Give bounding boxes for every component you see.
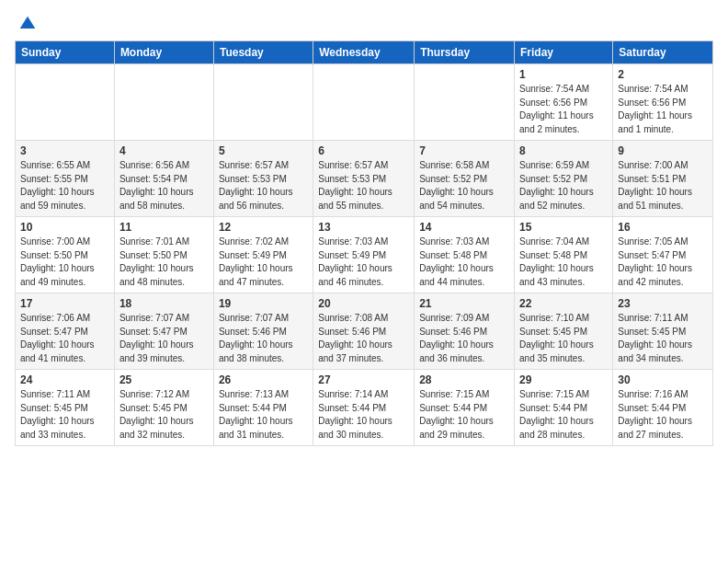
- calendar-day-cell: 11Sunrise: 7:01 AM Sunset: 5:50 PM Dayli…: [114, 217, 213, 293]
- day-number: 7: [419, 144, 509, 157]
- calendar-day-cell: 26Sunrise: 7:13 AM Sunset: 5:44 PM Dayli…: [213, 370, 313, 446]
- day-number: 2: [618, 68, 708, 81]
- day-info: Sunrise: 6:59 AM Sunset: 5:52 PM Dayligh…: [519, 159, 608, 213]
- calendar-day-cell: 10Sunrise: 7:00 AM Sunset: 5:50 PM Dayli…: [16, 217, 115, 293]
- day-info: Sunrise: 7:08 AM Sunset: 5:46 PM Dayligh…: [318, 312, 409, 365]
- calendar-day-cell: 15Sunrise: 7:04 AM Sunset: 5:48 PM Dayli…: [515, 217, 613, 293]
- day-number: 11: [119, 221, 209, 234]
- calendar-day-cell: 3Sunrise: 6:55 AM Sunset: 5:55 PM Daylig…: [16, 141, 115, 217]
- calendar-day-cell: [114, 64, 213, 141]
- calendar-table: SundayMondayTuesdayWednesdayThursdayFrid…: [15, 40, 713, 446]
- calendar-week-row: 10Sunrise: 7:00 AM Sunset: 5:50 PM Dayli…: [16, 217, 713, 293]
- day-number: 28: [419, 373, 509, 386]
- day-info: Sunrise: 7:10 AM Sunset: 5:45 PM Dayligh…: [519, 312, 608, 365]
- day-number: 29: [519, 373, 608, 386]
- weekday-header: Wednesday: [313, 41, 415, 64]
- calendar-day-cell: [16, 64, 115, 141]
- day-number: 30: [618, 373, 708, 386]
- calendar-week-row: 24Sunrise: 7:11 AM Sunset: 5:45 PM Dayli…: [16, 370, 713, 446]
- day-number: 1: [519, 68, 608, 81]
- calendar-week-row: 3Sunrise: 6:55 AM Sunset: 5:55 PM Daylig…: [16, 141, 713, 217]
- logo: [15, 15, 37, 29]
- weekday-header: Friday: [515, 41, 613, 64]
- day-number: 25: [119, 373, 209, 386]
- day-info: Sunrise: 6:57 AM Sunset: 5:53 PM Dayligh…: [318, 159, 409, 213]
- calendar-day-cell: [313, 64, 415, 141]
- calendar-day-cell: 6Sunrise: 6:57 AM Sunset: 5:53 PM Daylig…: [313, 141, 415, 217]
- day-info: Sunrise: 6:58 AM Sunset: 5:52 PM Dayligh…: [419, 159, 509, 213]
- calendar-header-row: SundayMondayTuesdayWednesdayThursdayFrid…: [16, 41, 713, 64]
- calendar-week-row: 1Sunrise: 7:54 AM Sunset: 6:56 PM Daylig…: [16, 64, 713, 141]
- day-number: 14: [419, 221, 509, 234]
- day-info: Sunrise: 7:02 AM Sunset: 5:49 PM Dayligh…: [219, 236, 308, 289]
- weekday-header: Monday: [114, 41, 213, 64]
- day-number: 12: [219, 221, 308, 234]
- day-number: 5: [219, 144, 308, 157]
- logo-icon: [18, 15, 37, 33]
- day-info: Sunrise: 7:11 AM Sunset: 5:45 PM Dayligh…: [618, 312, 708, 365]
- day-number: 22: [519, 297, 608, 310]
- calendar-day-cell: 30Sunrise: 7:16 AM Sunset: 5:44 PM Dayli…: [613, 370, 713, 446]
- svg-marker-0: [20, 17, 36, 29]
- day-info: Sunrise: 7:01 AM Sunset: 5:50 PM Dayligh…: [119, 236, 209, 289]
- day-number: 17: [20, 297, 109, 310]
- calendar-day-cell: 21Sunrise: 7:09 AM Sunset: 5:46 PM Dayli…: [415, 293, 515, 370]
- calendar-day-cell: 23Sunrise: 7:11 AM Sunset: 5:45 PM Dayli…: [613, 293, 713, 370]
- day-number: 16: [618, 221, 708, 234]
- day-number: 3: [20, 144, 109, 157]
- day-info: Sunrise: 7:09 AM Sunset: 5:46 PM Dayligh…: [419, 312, 509, 365]
- day-info: Sunrise: 7:12 AM Sunset: 5:45 PM Dayligh…: [119, 388, 209, 442]
- calendar-body: 1Sunrise: 7:54 AM Sunset: 6:56 PM Daylig…: [16, 64, 713, 446]
- calendar-day-cell: 27Sunrise: 7:14 AM Sunset: 5:44 PM Dayli…: [313, 370, 415, 446]
- day-number: 6: [318, 144, 409, 157]
- day-info: Sunrise: 7:15 AM Sunset: 5:44 PM Dayligh…: [519, 388, 608, 442]
- calendar-day-cell: 18Sunrise: 7:07 AM Sunset: 5:47 PM Dayli…: [114, 293, 213, 370]
- calendar-day-cell: 12Sunrise: 7:02 AM Sunset: 5:49 PM Dayli…: [213, 217, 313, 293]
- page-header: [15, 15, 713, 29]
- day-number: 13: [318, 221, 409, 234]
- day-number: 27: [318, 373, 409, 386]
- calendar-day-cell: 8Sunrise: 6:59 AM Sunset: 5:52 PM Daylig…: [515, 141, 613, 217]
- day-info: Sunrise: 7:04 AM Sunset: 5:48 PM Dayligh…: [519, 236, 608, 289]
- day-info: Sunrise: 6:56 AM Sunset: 5:54 PM Dayligh…: [119, 159, 209, 213]
- day-info: Sunrise: 7:15 AM Sunset: 5:44 PM Dayligh…: [419, 388, 509, 442]
- day-info: Sunrise: 7:03 AM Sunset: 5:49 PM Dayligh…: [318, 236, 409, 289]
- day-number: 15: [519, 221, 608, 234]
- calendar-day-cell: 17Sunrise: 7:06 AM Sunset: 5:47 PM Dayli…: [16, 293, 115, 370]
- day-info: Sunrise: 7:06 AM Sunset: 5:47 PM Dayligh…: [20, 312, 109, 365]
- calendar-day-cell: 2Sunrise: 7:54 AM Sunset: 6:56 PM Daylig…: [613, 64, 713, 141]
- day-number: 10: [20, 221, 109, 234]
- day-number: 8: [519, 144, 608, 157]
- calendar-day-cell: 4Sunrise: 6:56 AM Sunset: 5:54 PM Daylig…: [114, 141, 213, 217]
- calendar-day-cell: [415, 64, 515, 141]
- calendar-day-cell: 20Sunrise: 7:08 AM Sunset: 5:46 PM Dayli…: [313, 293, 415, 370]
- weekday-header: Tuesday: [213, 41, 313, 64]
- weekday-header: Sunday: [16, 41, 115, 64]
- calendar-day-cell: 19Sunrise: 7:07 AM Sunset: 5:46 PM Dayli…: [213, 293, 313, 370]
- day-number: 4: [119, 144, 209, 157]
- calendar-week-row: 17Sunrise: 7:06 AM Sunset: 5:47 PM Dayli…: [16, 293, 713, 370]
- calendar-day-cell: 28Sunrise: 7:15 AM Sunset: 5:44 PM Dayli…: [415, 370, 515, 446]
- calendar-day-cell: [213, 64, 313, 141]
- calendar-day-cell: 5Sunrise: 6:57 AM Sunset: 5:53 PM Daylig…: [213, 141, 313, 217]
- day-info: Sunrise: 7:07 AM Sunset: 5:47 PM Dayligh…: [119, 312, 209, 365]
- day-info: Sunrise: 7:16 AM Sunset: 5:44 PM Dayligh…: [618, 388, 708, 442]
- calendar-day-cell: 9Sunrise: 7:00 AM Sunset: 5:51 PM Daylig…: [613, 141, 713, 217]
- day-info: Sunrise: 7:00 AM Sunset: 5:50 PM Dayligh…: [20, 236, 109, 289]
- day-number: 24: [20, 373, 109, 386]
- day-number: 20: [318, 297, 409, 310]
- day-number: 23: [618, 297, 708, 310]
- calendar-day-cell: 1Sunrise: 7:54 AM Sunset: 6:56 PM Daylig…: [515, 64, 613, 141]
- calendar-day-cell: 22Sunrise: 7:10 AM Sunset: 5:45 PM Dayli…: [515, 293, 613, 370]
- calendar-day-cell: 16Sunrise: 7:05 AM Sunset: 5:47 PM Dayli…: [613, 217, 713, 293]
- day-info: Sunrise: 7:11 AM Sunset: 5:45 PM Dayligh…: [20, 388, 109, 442]
- day-number: 9: [618, 144, 708, 157]
- day-info: Sunrise: 7:07 AM Sunset: 5:46 PM Dayligh…: [219, 312, 308, 365]
- calendar-day-cell: 24Sunrise: 7:11 AM Sunset: 5:45 PM Dayli…: [16, 370, 115, 446]
- day-info: Sunrise: 7:00 AM Sunset: 5:51 PM Dayligh…: [618, 159, 708, 213]
- day-info: Sunrise: 7:54 AM Sunset: 6:56 PM Dayligh…: [618, 83, 708, 136]
- day-info: Sunrise: 6:55 AM Sunset: 5:55 PM Dayligh…: [20, 159, 109, 213]
- day-info: Sunrise: 6:57 AM Sunset: 5:53 PM Dayligh…: [219, 159, 308, 213]
- day-info: Sunrise: 7:03 AM Sunset: 5:48 PM Dayligh…: [419, 236, 509, 289]
- calendar-day-cell: 14Sunrise: 7:03 AM Sunset: 5:48 PM Dayli…: [415, 217, 515, 293]
